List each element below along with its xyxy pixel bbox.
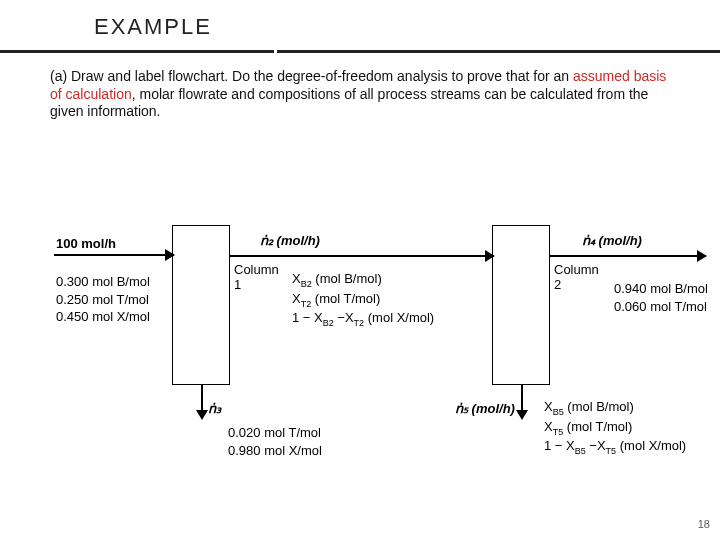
page-title: EXAMPLE xyxy=(94,14,212,40)
arrow-n5-stub xyxy=(521,385,523,411)
arrow-n3-head xyxy=(196,410,208,420)
stream-n5-label: ṅ₅ (mol/h) xyxy=(455,400,515,418)
stream-n2-label: ṅ₂ (mol/h) xyxy=(260,232,320,250)
stream-n3-composition: 0.020 mol T/mol 0.980 mol X/mol xyxy=(228,424,322,459)
stream-n2-composition: XB2 (mol B/mol)XT2 (mol T/mol)1 − XB2 −X… xyxy=(292,270,434,329)
page-number: 18 xyxy=(698,518,710,530)
column-1-box xyxy=(172,225,230,385)
stream-n3-label: ṅ₃ xyxy=(208,400,221,418)
column-2-box xyxy=(492,225,550,385)
question-post: , molar flowrate and compositions of all… xyxy=(50,86,648,120)
arrow-feed xyxy=(54,254,174,256)
stream-n5-composition: XB5 (mol B/mol)XT5 (mol T/mol)1 − XB5 −X… xyxy=(544,398,686,457)
arrow-n3-stub xyxy=(201,385,203,411)
feed-rate: 100 mol/h xyxy=(56,235,116,253)
stream-n4-label: ṅ₄ (mol/h) xyxy=(582,232,642,250)
arrow-n4 xyxy=(550,255,706,257)
feed-composition: 0.300 mol B/mol 0.250 mol T/mol 0.450 mo… xyxy=(56,273,150,326)
arrow-n2 xyxy=(230,255,494,257)
arrow-n5-head xyxy=(516,410,528,420)
title-underline-right xyxy=(277,50,720,53)
question-text: (a) Draw and label flowchart. Do the deg… xyxy=(50,68,670,121)
question-pre: (a) Draw and label flowchart. Do the deg… xyxy=(50,68,573,84)
column-1-label: Column 1 xyxy=(234,262,284,292)
column-2-label: Column 2 xyxy=(554,262,604,292)
stream-n4-composition: 0.940 mol B/mol 0.060 mol T/mol xyxy=(614,280,708,315)
title-underline-left xyxy=(0,50,274,53)
